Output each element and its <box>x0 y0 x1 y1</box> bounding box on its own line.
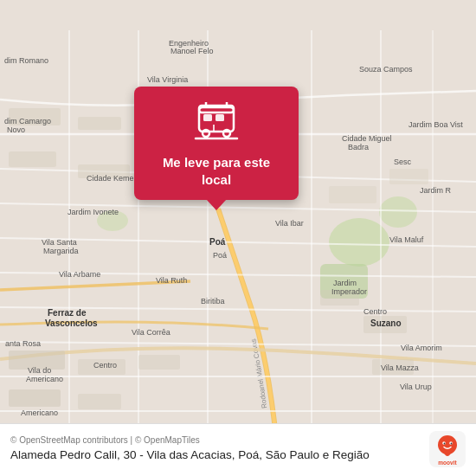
svg-text:Vila Urup: Vila Urup <box>400 383 432 391</box>
svg-text:Vila do: Vila do <box>28 366 51 375</box>
svg-point-90 <box>444 443 446 445</box>
address-block: © OpenStreetMap contributors | © OpenMap… <box>10 435 429 463</box>
transit-icon <box>192 102 241 142</box>
svg-text:Imperador: Imperador <box>331 287 367 296</box>
svg-point-2 <box>379 196 417 228</box>
svg-rect-31 <box>78 394 121 409</box>
address-text: Alameda Pedro Calil, 30 - Vila das Acaci… <box>10 447 421 463</box>
svg-text:Americano: Americano <box>26 375 63 383</box>
svg-text:Ferraz de: Ferraz de <box>48 308 87 318</box>
moovit-logo[interactable]: moovit <box>429 431 466 467</box>
location-popup[interactable]: Me leve para este local <box>134 87 299 200</box>
svg-rect-24 <box>78 117 121 130</box>
svg-rect-37 <box>389 169 428 184</box>
svg-text:Novo: Novo <box>7 125 25 134</box>
svg-text:moovit: moovit <box>438 460 457 466</box>
svg-point-91 <box>451 443 453 445</box>
popup-label: Me leve para este local <box>148 154 285 188</box>
map-container: Rodoanel Mário Covas <box>0 0 476 476</box>
svg-text:Badra: Badra <box>348 143 369 151</box>
svg-text:Jardim R: Jardim R <box>420 186 452 195</box>
svg-text:Vila Ibar: Vila Ibar <box>275 219 304 228</box>
svg-text:Vila Santa: Vila Santa <box>42 238 77 247</box>
svg-text:Vasconcelos: Vasconcelos <box>45 318 98 328</box>
svg-point-83 <box>203 130 209 137</box>
bottom-bar: © OpenStreetMap contributors | © OpenMap… <box>0 423 476 476</box>
svg-text:Manoel Felo: Manoel Felo <box>170 47 214 55</box>
svg-text:anta Rosa: anta Rosa <box>5 339 41 348</box>
svg-text:Vila Corrêa: Vila Corrêa <box>132 328 170 337</box>
svg-text:Vila Virginia: Vila Virginia <box>147 75 188 84</box>
svg-text:Americano: Americano <box>21 408 58 417</box>
svg-text:Vila Mazza: Vila Mazza <box>381 363 419 372</box>
svg-text:Jardim Boa Vist: Jardim Boa Vist <box>408 120 463 129</box>
bus-icon-container <box>192 102 241 145</box>
svg-text:Jardim: Jardim <box>333 279 357 287</box>
svg-text:Souza Campos: Souza Campos <box>359 65 413 74</box>
svg-text:Jardim Ivonete: Jardim Ivonete <box>68 208 119 216</box>
svg-text:Poá: Poá <box>209 237 226 247</box>
svg-text:Sesc: Sesc <box>394 158 412 166</box>
svg-text:dim Camargo: dim Camargo <box>4 117 51 125</box>
svg-text:Vila Maluf: Vila Maluf <box>389 235 424 244</box>
svg-rect-29 <box>9 389 61 407</box>
svg-rect-36 <box>329 186 376 203</box>
svg-text:Suzano: Suzano <box>370 318 402 328</box>
svg-text:Poá: Poá <box>213 251 227 260</box>
svg-text:dim Romano: dim Romano <box>4 56 48 65</box>
svg-rect-32 <box>138 355 180 370</box>
svg-text:Margarida: Margarida <box>43 247 79 255</box>
svg-text:Centro: Centro <box>93 361 117 370</box>
map-background: Rodoanel Mário Covas <box>0 0 476 476</box>
svg-text:Vila Ruth: Vila Ruth <box>156 276 187 285</box>
svg-text:Vila Amorim: Vila Amorim <box>401 344 442 352</box>
copyright-text: © OpenStreetMap contributors | © OpenMap… <box>10 435 421 445</box>
svg-text:Biritiba: Biritiba <box>201 297 225 306</box>
moovit-icon: moovit <box>429 431 466 467</box>
svg-rect-81 <box>215 114 224 121</box>
svg-rect-23 <box>9 151 56 167</box>
svg-rect-80 <box>203 114 212 121</box>
svg-text:Vila Arbame: Vila Arbame <box>59 270 100 279</box>
svg-text:Cidade Miguel: Cidade Miguel <box>342 134 392 143</box>
svg-text:Cidade Kemel: Cidade Kemel <box>87 174 136 183</box>
svg-point-84 <box>223 130 230 137</box>
svg-point-87 <box>438 435 457 454</box>
svg-rect-77 <box>199 106 234 113</box>
svg-text:Centro: Centro <box>363 307 387 316</box>
